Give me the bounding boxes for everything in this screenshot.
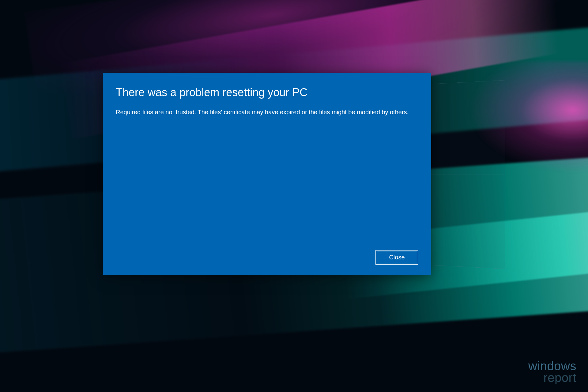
dialog-actions: Close	[116, 250, 418, 265]
dialog-title: There was a problem resetting your PC	[116, 86, 418, 99]
watermark-line1: windows	[528, 360, 576, 372]
watermark-line2: report	[528, 372, 576, 383]
error-dialog: There was a problem resetting your PC Re…	[103, 73, 431, 275]
spacer	[116, 117, 418, 250]
close-button[interactable]: Close	[375, 250, 418, 265]
watermark-logo: windows report	[528, 360, 576, 383]
desktop-background: There was a problem resetting your PC Re…	[0, 0, 588, 392]
dialog-message: Required files are not trusted. The file…	[116, 107, 410, 117]
